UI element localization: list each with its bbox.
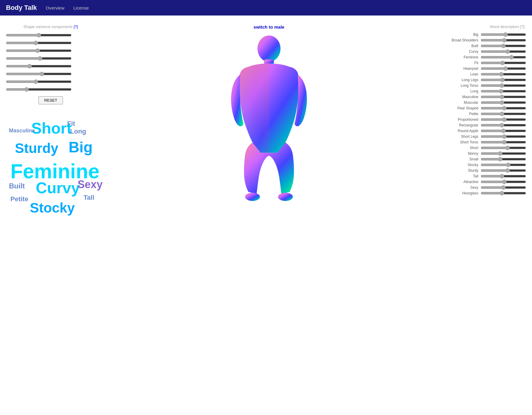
shape-slider-row-2 bbox=[6, 48, 95, 53]
left-panel: Shape variance components [?] RESET Shor… bbox=[0, 21, 101, 218]
descriptor-slider-3[interactable] bbox=[481, 49, 526, 54]
shape-slider-4[interactable] bbox=[6, 64, 72, 69]
descriptor-label-27: Sexy bbox=[443, 185, 478, 190]
nav-license[interactable]: License bbox=[73, 5, 89, 10]
word-cloud-item-4[interactable]: Sturdy bbox=[15, 140, 58, 156]
word-cloud-item-0[interactable]: Short bbox=[31, 119, 72, 137]
descriptor-slider-19[interactable] bbox=[481, 140, 526, 144]
word-cloud-item-12[interactable]: Stocky bbox=[30, 200, 75, 216]
center-panel: switch to male bbox=[101, 21, 437, 218]
descriptor-label-21: Skinny bbox=[443, 151, 478, 156]
descriptor-row-26: Attractive bbox=[443, 180, 526, 184]
descriptor-slider-10[interactable] bbox=[481, 89, 526, 93]
word-cloud-item-7[interactable]: Built bbox=[9, 182, 25, 190]
svg-point-0 bbox=[257, 35, 280, 62]
shape-slider-1[interactable] bbox=[6, 40, 72, 46]
descriptor-label-23: Stocky bbox=[443, 163, 478, 167]
svg-point-3 bbox=[278, 193, 293, 201]
descriptor-label-9: Long Torso bbox=[443, 83, 478, 88]
descriptor-label-0: Big bbox=[443, 32, 478, 37]
descriptor-slider-0[interactable] bbox=[481, 32, 526, 37]
descriptor-slider-21[interactable] bbox=[481, 151, 526, 156]
descriptor-slider-8[interactable] bbox=[481, 78, 526, 82]
nav-overview[interactable]: Overview bbox=[46, 5, 65, 10]
shape-slider-3[interactable] bbox=[6, 56, 72, 61]
word-cloud: ShortFitLongMasculineSturdyBigFeminineBu… bbox=[6, 110, 101, 215]
switch-to-male-link[interactable]: switch to male bbox=[253, 24, 284, 30]
descriptor-slider-17[interactable] bbox=[481, 129, 526, 133]
word-desc-help[interactable]: [?] bbox=[520, 24, 525, 29]
descriptor-slider-15[interactable] bbox=[481, 117, 526, 122]
word-cloud-item-8[interactable]: Curvy bbox=[36, 179, 80, 197]
shape-sliders bbox=[6, 32, 95, 92]
word-cloud-item-10[interactable]: Petite bbox=[10, 195, 28, 203]
word-cloud-item-1[interactable]: Fit bbox=[67, 120, 75, 128]
descriptor-label-3: Curvy bbox=[443, 49, 478, 54]
word-cloud-item-9[interactable]: Sexy bbox=[78, 178, 103, 191]
descriptor-label-28: Hourglass bbox=[443, 191, 478, 195]
word-cloud-item-11[interactable]: Tall bbox=[83, 194, 94, 202]
descriptor-label-14: Petite bbox=[443, 112, 478, 116]
descriptor-slider-11[interactable] bbox=[481, 95, 526, 99]
descriptor-row-28: Hourglass bbox=[443, 191, 526, 195]
descriptor-row-12: Muscular bbox=[443, 100, 526, 105]
descriptor-slider-18[interactable] bbox=[481, 134, 526, 139]
descriptor-row-17: Round Apple bbox=[443, 129, 526, 133]
descriptor-slider-24[interactable] bbox=[481, 168, 526, 173]
shape-slider-row-7 bbox=[6, 87, 95, 92]
descriptor-slider-9[interactable] bbox=[481, 83, 526, 88]
shape-slider-2[interactable] bbox=[6, 48, 72, 53]
body-figure bbox=[209, 32, 329, 211]
word-cloud-item-2[interactable]: Long bbox=[70, 128, 86, 135]
descriptor-label-13: Pear Shaped bbox=[443, 106, 478, 110]
shape-variance-title: Shape variance components [?] bbox=[6, 24, 95, 29]
shape-slider-7[interactable] bbox=[6, 87, 72, 92]
descriptor-label-5: Fit bbox=[443, 61, 478, 65]
descriptor-slider-1[interactable] bbox=[481, 38, 526, 42]
word-cloud-item-3[interactable]: Masculine bbox=[9, 128, 35, 134]
descriptor-slider-13[interactable] bbox=[481, 106, 526, 110]
descriptor-row-16: Rectangular bbox=[443, 123, 526, 127]
descriptor-row-21: Skinny bbox=[443, 151, 526, 156]
descriptor-slider-25[interactable] bbox=[481, 174, 526, 178]
descriptor-slider-20[interactable] bbox=[481, 146, 526, 150]
descriptor-slider-27[interactable] bbox=[481, 185, 526, 190]
descriptor-row-25: Tall bbox=[443, 174, 526, 178]
descriptor-row-1: Broad Shoulders bbox=[443, 38, 526, 42]
descriptors-container: BigBroad ShouldersBuiltCurvyFeminineFitH… bbox=[443, 32, 526, 195]
descriptor-slider-2[interactable] bbox=[481, 44, 526, 48]
descriptor-label-2: Built bbox=[443, 44, 478, 48]
word-cloud-item-5[interactable]: Big bbox=[69, 139, 93, 156]
descriptor-row-5: Fit bbox=[443, 61, 526, 65]
descriptor-slider-23[interactable] bbox=[481, 163, 526, 167]
descriptor-slider-6[interactable] bbox=[481, 66, 526, 71]
descriptor-slider-5[interactable] bbox=[481, 61, 526, 65]
descriptor-label-11: Masculine bbox=[443, 95, 478, 99]
descriptor-label-1: Broad Shoulders bbox=[443, 38, 478, 42]
descriptor-row-15: Proportioned bbox=[443, 117, 526, 122]
shape-slider-0[interactable] bbox=[6, 32, 72, 38]
reset-button[interactable]: RESET bbox=[38, 96, 63, 104]
descriptor-row-24: Sturdy bbox=[443, 168, 526, 173]
descriptor-row-20: Short bbox=[443, 146, 526, 150]
descriptor-slider-4[interactable] bbox=[481, 55, 526, 59]
shape-slider-5[interactable] bbox=[6, 71, 72, 77]
descriptor-slider-22[interactable] bbox=[481, 157, 526, 161]
shape-slider-row-4 bbox=[6, 64, 95, 69]
descriptor-row-7: Lean bbox=[443, 72, 526, 76]
descriptor-row-10: Long bbox=[443, 89, 526, 93]
descriptor-row-19: Short Torso bbox=[443, 140, 526, 144]
descriptor-slider-28[interactable] bbox=[481, 191, 526, 195]
shape-slider-6[interactable] bbox=[6, 79, 72, 84]
descriptor-label-16: Rectangular bbox=[443, 123, 478, 127]
descriptor-slider-26[interactable] bbox=[481, 180, 526, 184]
descriptor-slider-12[interactable] bbox=[481, 100, 526, 105]
shape-help[interactable]: [?] bbox=[74, 24, 78, 29]
descriptor-label-18: Short Legs bbox=[443, 134, 478, 139]
descriptor-slider-14[interactable] bbox=[481, 112, 526, 116]
descriptor-row-13: Pear Shaped bbox=[443, 106, 526, 110]
descriptor-row-3: Curvy bbox=[443, 49, 526, 54]
descriptor-slider-16[interactable] bbox=[481, 123, 526, 127]
descriptor-label-19: Short Torso bbox=[443, 140, 478, 144]
descriptor-slider-7[interactable] bbox=[481, 72, 526, 76]
